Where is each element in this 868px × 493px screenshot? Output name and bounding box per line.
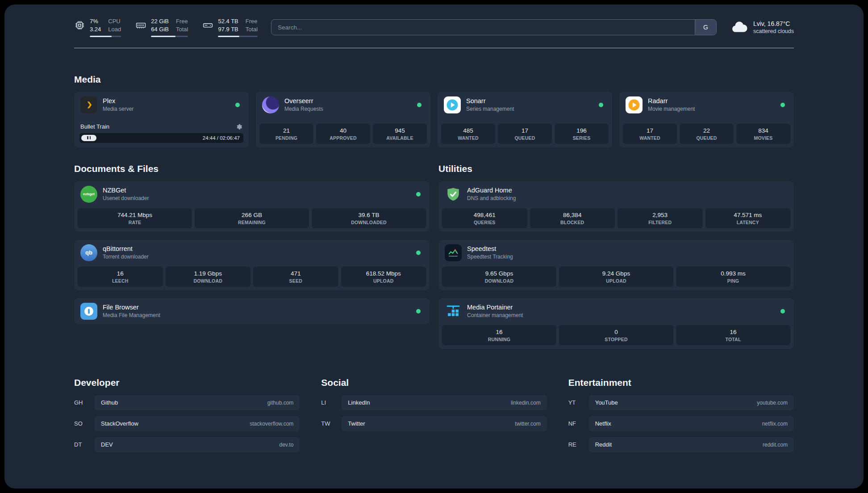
service-subtitle: Movie management	[648, 106, 775, 112]
service-card-speedtest[interactable]: Speedtest Speedtest Tracking 9.65 Gbps D…	[438, 240, 794, 290]
search-provider-button[interactable]: G	[695, 20, 716, 35]
stat-queued: 22 QUEUED	[680, 124, 734, 144]
memory-total-value: 64 GiB	[151, 26, 169, 33]
memory-icon	[135, 20, 146, 31]
service-title: Speedtest	[467, 245, 788, 252]
stat-seed: 471 SEED	[253, 267, 338, 287]
qbittorrent-icon: qb	[80, 244, 97, 261]
status-dot-online	[416, 309, 421, 313]
status-dot-online	[417, 103, 421, 107]
stat-queued: 17 QUEUED	[498, 124, 552, 144]
section-title-developer: Developer	[74, 377, 300, 388]
stat-wanted: 485 WANTED	[441, 124, 495, 144]
playback-time: 24:44 / 02:06:47	[203, 135, 240, 141]
status-dot-online	[235, 103, 240, 107]
status-dot-online	[780, 103, 785, 107]
service-card-portainer[interactable]: Media Portainer Container management 16 …	[438, 298, 794, 349]
stat-download: 9.65 Gbps DOWNLOAD	[442, 267, 556, 287]
stat-total: 16 TOTAL	[676, 325, 790, 345]
service-card-filebrowser[interactable]: File Browser Media File Management	[74, 298, 430, 324]
status-dot-online	[416, 251, 421, 255]
cpu-widget: 7% CPU 3.24 Load	[74, 18, 121, 37]
stat-stopped: 0 STOPPED	[559, 325, 673, 345]
bookmark-group-entertainment: Entertainment YT YouTube youtube.com NF …	[568, 377, 794, 458]
section-title-utilities: Utilities	[438, 163, 794, 174]
bookmark-group-social: Social LI LinkedIn linkedin.com TW Twitt…	[321, 377, 547, 458]
stat-upload: 618.52 Mbps UPLOAD	[341, 267, 426, 287]
section-title-entertainment: Entertainment	[568, 377, 794, 388]
memory-free-value: 22 GiB	[151, 18, 169, 25]
stat-upload: 9.24 Gbps UPLOAD	[559, 267, 673, 287]
sonarr-icon	[444, 96, 461, 113]
disk-free-label: Free	[246, 18, 258, 25]
top-bar: 7% CPU 3.24 Load	[74, 4, 794, 37]
cpu-icon	[74, 20, 85, 31]
bookmark-netflix[interactable]: NF Netflix netflix.com	[568, 416, 794, 431]
cpu-usage-bar	[90, 36, 121, 37]
status-dot-online	[416, 192, 421, 196]
service-card-qbittorrent[interactable]: qb qBittorrent Torrent downloader 16	[74, 240, 430, 290]
service-title: File Browser	[103, 304, 411, 311]
service-card-overseerr[interactable]: Overseerr Media Requests 21 PENDING 40 A…	[256, 92, 430, 147]
bookmark-twitter[interactable]: TW Twitter twitter.com	[321, 416, 547, 431]
stat-remaining: 266 GB REMAINING	[195, 208, 309, 228]
stat-running: 16 RUNNING	[442, 325, 556, 345]
plex-icon	[80, 96, 97, 113]
bookmark-github[interactable]: GH Github github.com	[74, 395, 300, 410]
stat-movies: 834 MOVIES	[736, 124, 790, 144]
stat-ping: 0.993 ms PING	[676, 267, 790, 287]
plex-now-playing: Bullet Train 24:44 / 02:06:47	[78, 123, 245, 144]
stat-rate: 744.21 Mbps RATE	[78, 208, 192, 228]
nzbget-icon-text: nzbget	[83, 192, 95, 196]
filebrowser-icon	[80, 303, 97, 320]
settings-gear-icon[interactable]	[235, 123, 242, 130]
player-progress[interactable]: 24:44 / 02:06:47	[79, 133, 243, 143]
disk-free-value: 52.4 TB	[218, 18, 238, 25]
adguard-icon	[445, 186, 462, 203]
stat-pending: 21 PENDING	[259, 124, 313, 144]
disk-usage-bar	[218, 36, 258, 37]
service-title: Sonarr	[466, 97, 593, 104]
service-title: Plex	[103, 97, 230, 104]
topbar-divider	[74, 48, 794, 48]
section-title-media: Media	[74, 74, 794, 85]
bookmark-reddit[interactable]: RE Reddit reddit.com	[568, 437, 794, 452]
service-title: Overseerr	[284, 97, 412, 104]
disk-widget: 52.4 TB Free 97.9 TB Total	[202, 18, 258, 37]
speedtest-icon	[445, 244, 462, 261]
service-subtitle: Media Requests	[284, 106, 412, 112]
stat-wanted: 17 WANTED	[623, 124, 677, 144]
search-input[interactable]	[271, 20, 695, 35]
stat-download: 1.19 Gbps DOWNLOAD	[166, 267, 251, 287]
overseerr-icon	[262, 96, 279, 113]
service-subtitle: DNS and adblocking	[467, 195, 788, 201]
service-card-adguard[interactable]: AdGuard Home DNS and adblocking 498,461 …	[438, 181, 794, 232]
service-subtitle: Media File Management	[103, 312, 411, 318]
portainer-icon	[445, 303, 462, 320]
bookmark-abbr: RE	[568, 441, 589, 448]
bookmark-abbr: NF	[568, 420, 589, 427]
service-card-nzbget[interactable]: nzbget NZBGet Usenet downloader 744.21 M…	[74, 181, 430, 232]
stat-approved: 40 APPROVED	[316, 124, 370, 144]
service-title: AdGuard Home	[467, 187, 788, 194]
bookmark-youtube[interactable]: YT YouTube youtube.com	[568, 395, 794, 410]
pause-button[interactable]	[81, 135, 96, 141]
disk-total-label: Total	[246, 26, 258, 33]
bookmark-stackoverflow[interactable]: SO StackOverflow stackoverflow.com	[74, 416, 300, 431]
stat-queries: 498,461 QUERIES	[442, 208, 527, 228]
disk-icon	[202, 20, 213, 31]
stat-available: 945 AVAILABLE	[373, 124, 427, 144]
bookmark-linkedin[interactable]: LI LinkedIn linkedin.com	[321, 395, 547, 410]
status-dot-online	[599, 103, 603, 107]
service-card-sonarr[interactable]: Sonarr Series management 485 WANTED 17 Q…	[438, 92, 612, 147]
bookmark-abbr: SO	[74, 420, 95, 427]
service-card-radarr[interactable]: Radarr Movie management 17 WANTED 22 QUE…	[619, 92, 794, 147]
bookmark-abbr: LI	[321, 399, 342, 406]
bookmark-group-developer: Developer GH Github github.com SO StackO…	[74, 377, 300, 458]
nzbget-icon: nzbget	[80, 186, 97, 203]
bookmark-abbr: DT	[74, 441, 95, 448]
service-card-plex[interactable]: Plex Media server Bullet Train	[74, 92, 249, 147]
radarr-icon	[626, 96, 643, 113]
bookmark-dev[interactable]: DT DEV dev.to	[74, 437, 300, 452]
qbittorrent-icon-text: qb	[85, 249, 92, 256]
